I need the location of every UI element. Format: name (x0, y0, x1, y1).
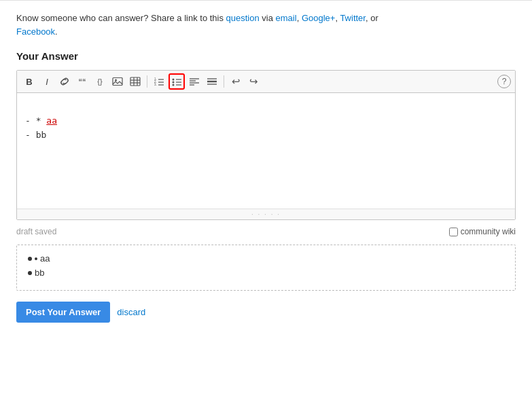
blockquote-button[interactable]: ““ (74, 73, 90, 90)
toolbar-separator-1 (147, 75, 147, 88)
your-answer-heading: Your Answer (16, 50, 516, 62)
action-buttons: Post Your Answer discard (16, 302, 516, 323)
bullet-nested (35, 257, 37, 260)
email-link[interactable]: email (276, 13, 297, 23)
editor-text-aa: aa (46, 115, 57, 126)
editor-status-bar: draft saved community wiki (16, 224, 516, 239)
page-wrapper: Know someone who can answer? Share a lin… (0, 1, 532, 339)
svg-point-1 (115, 79, 117, 82)
editor-line-2: - bb (25, 128, 507, 143)
toolbar-separator-2 (224, 75, 224, 88)
ordered-list-icon: 1. 2. 3. (154, 77, 164, 86)
svg-text:3.: 3. (154, 83, 157, 86)
community-wiki-checkbox[interactable] (449, 228, 458, 236)
preview-list: aa bb (28, 253, 504, 278)
share-text-end: . (55, 26, 58, 37)
post-answer-button[interactable]: Post Your Answer (16, 302, 110, 323)
preview-nested-1: aa (35, 253, 50, 264)
editor-text-area[interactable]: - * aa - bb (17, 93, 515, 209)
help-button[interactable]: ? (497, 75, 511, 88)
link-button[interactable] (56, 73, 73, 90)
googleplus-link[interactable]: Google+ (302, 13, 336, 23)
preview-text-bb: bb (35, 268, 44, 278)
share-text-or: , or (366, 13, 378, 23)
editor-line-1: - * aa (25, 114, 507, 128)
resize-handle[interactable]: · · · · · (17, 209, 515, 219)
editor-container: B I ““ {} (16, 70, 516, 220)
discard-link[interactable]: discard (117, 307, 145, 317)
editor-content-inner: - * aa - bb (25, 114, 507, 143)
share-line: Know someone who can answer? Share a lin… (16, 12, 516, 38)
svg-point-15 (173, 84, 175, 86)
editor-toolbar: B I ““ {} (17, 71, 515, 93)
facebook-link[interactable]: Facebook (16, 26, 55, 37)
code-button[interactable]: {} (92, 73, 108, 90)
svg-point-13 (173, 79, 175, 81)
svg-point-14 (173, 82, 175, 84)
table-button[interactable] (127, 73, 143, 90)
twitter-link[interactable]: Twitter (340, 13, 366, 23)
unordered-list-button[interactable] (169, 73, 185, 90)
undo-button[interactable]: ↩ (228, 73, 244, 90)
share-text-before: Know someone who can answer? Share a lin… (16, 13, 226, 23)
table-icon (130, 77, 141, 86)
hr-icon (207, 77, 217, 86)
image-icon (112, 77, 123, 86)
italic-button[interactable]: I (39, 73, 55, 90)
align-button[interactable] (186, 73, 202, 90)
preview-item-2: bb (28, 268, 504, 278)
preview-area: aa bb (16, 245, 516, 291)
question-link[interactable]: question (226, 13, 260, 23)
community-wiki-label: community wiki (461, 227, 516, 236)
bullet-1 (28, 257, 32, 261)
community-wiki-area: community wiki (449, 227, 516, 236)
preview-text-aa: aa (40, 253, 50, 264)
editor-text-bb: bb (36, 130, 47, 140)
unordered-list-icon (171, 77, 182, 86)
ordered-list-button[interactable]: 1. 2. 3. (151, 73, 167, 90)
svg-rect-2 (130, 77, 140, 86)
horizontal-rule-button[interactable] (204, 73, 220, 90)
preview-item-1: aa (28, 253, 504, 264)
bullet-2 (28, 271, 32, 275)
draft-saved: draft saved (16, 227, 56, 236)
share-text-via: via (260, 13, 276, 23)
comma1: , (297, 13, 302, 23)
align-icon (189, 77, 200, 86)
bold-button[interactable]: B (21, 73, 37, 90)
svg-rect-0 (113, 78, 122, 86)
image-button[interactable] (109, 73, 126, 90)
link-icon (59, 77, 70, 86)
redo-button[interactable]: ↪ (245, 73, 262, 90)
